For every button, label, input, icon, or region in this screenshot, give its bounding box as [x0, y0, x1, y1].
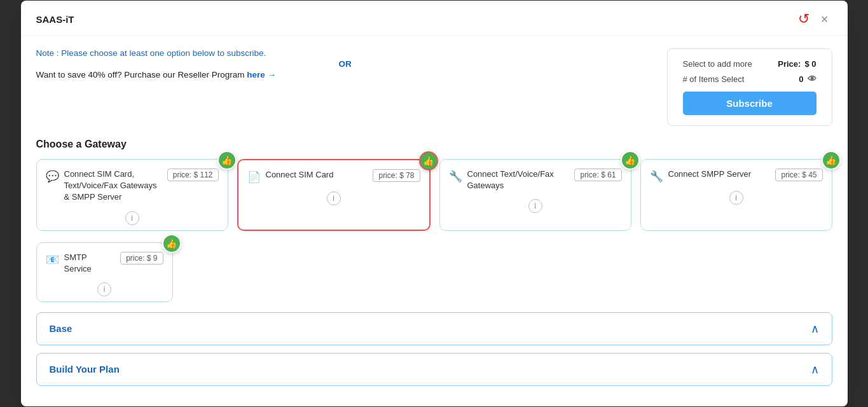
- smtp-icon: 📧: [46, 253, 59, 266]
- card-4-icon: 🔧: [650, 170, 663, 183]
- saas-logo-icon: ↺: [798, 11, 809, 27]
- modal-backdrop: SAAS-iT ↺ × Note : Please choose at leas…: [0, 0, 868, 407]
- items-value: 0 👁: [799, 74, 816, 84]
- summary-box: Select to add more Price: $ 0 # of Items…: [667, 48, 832, 126]
- gateway-card-1[interactable]: 💬 Connect SIM Card, Text/Voice/Fax Gatew…: [36, 159, 228, 231]
- card-1-info: 💬 Connect SIM Card, Text/Voice/Fax Gatew…: [46, 169, 162, 204]
- smtp-info-circle[interactable]: i: [97, 282, 111, 296]
- reseller-text: Want to save 40% off? Purchase our Resel…: [36, 70, 654, 79]
- modal-dialog: SAAS-iT ↺ × Note : Please choose at leas…: [21, 1, 848, 406]
- card-1-info-row: i: [46, 211, 219, 225]
- card-4-info-row: i: [650, 191, 823, 205]
- card-2-top: 📄 Connect SIM Card price: $ 78: [247, 169, 420, 184]
- or-text: OR: [36, 59, 654, 69]
- card-1-price: price: $ 112: [167, 169, 219, 181]
- modal-header: SAAS-iT ↺ ×: [21, 1, 848, 36]
- items-label: # of Items Select: [683, 74, 745, 84]
- smtp-card-top: 📧 SMTP Service price: $ 9: [46, 252, 163, 275]
- accordion-base-chevron: ∧: [811, 322, 819, 336]
- smtp-card-info: 📧 SMTP Service: [46, 252, 116, 275]
- card-4-info: 🔧 Connect SMPP Server: [650, 169, 752, 183]
- price-amount: $ 0: [804, 59, 816, 69]
- card-1-name: Connect SIM Card, Text/Voice/Fax Gateway…: [64, 169, 162, 204]
- card-3-price: price: $ 61: [574, 169, 621, 181]
- accordion-plan[interactable]: Build Your Plan ∧: [36, 353, 832, 386]
- card-4-name: Connect SMPP Server: [668, 169, 752, 180]
- note-area: Note : Please choose at least one option…: [36, 48, 654, 126]
- gateway-section-title: Choose a Gateway: [36, 139, 832, 150]
- price-value: Price: $ 0: [778, 59, 816, 69]
- card-2-info-circle[interactable]: i: [327, 191, 341, 205]
- card-3-name: Connect Text/Voice/Fax Gateways: [467, 169, 570, 191]
- smtp-row: 📧 SMTP Service price: $ 9 👍 i: [36, 242, 832, 302]
- top-section: Note : Please choose at least one option…: [36, 48, 832, 126]
- gateway-card-3[interactable]: 🔧 Connect Text/Voice/Fax Gateways price:…: [439, 159, 631, 231]
- reseller-description: Want to save 40% off? Purchase our Resel…: [36, 70, 245, 79]
- accordion-plan-label: Build Your Plan: [50, 364, 120, 375]
- card-1-top: 💬 Connect SIM Card, Text/Voice/Fax Gatew…: [46, 169, 219, 204]
- smtp-info-row: i: [46, 282, 163, 296]
- note-text: Note : Please choose at least one option…: [36, 48, 654, 58]
- card-4-thumb-btn[interactable]: 👍: [822, 151, 841, 170]
- card-3-info: 🔧 Connect Text/Voice/Fax Gateways: [449, 169, 570, 191]
- card-2-info: 📄 Connect SIM Card: [247, 169, 334, 184]
- card-4-price: price: $ 45: [775, 169, 822, 181]
- reseller-link[interactable]: here →: [247, 70, 276, 79]
- card-2-price: price: $ 78: [373, 169, 420, 182]
- summary-top-row: Select to add more Price: $ 0: [683, 59, 816, 69]
- card-1-info-circle[interactable]: i: [125, 211, 139, 225]
- close-button[interactable]: ×: [817, 11, 832, 27]
- select-label: Select to add more: [683, 59, 752, 69]
- card-1-icon: 💬: [46, 170, 59, 183]
- card-3-info-circle[interactable]: i: [528, 199, 542, 213]
- accordion-base[interactable]: Base ∧: [36, 312, 832, 345]
- summary-items-row: # of Items Select 0 👁: [683, 74, 816, 84]
- card-3-top: 🔧 Connect Text/Voice/Fax Gateways price:…: [449, 169, 622, 191]
- items-count: 0: [799, 74, 803, 84]
- price-label: Price:: [778, 59, 801, 69]
- gateway-grid: 💬 Connect SIM Card, Text/Voice/Fax Gatew…: [36, 159, 832, 231]
- card-4-info-circle[interactable]: i: [729, 191, 743, 205]
- modal-title: SAAS-iT: [36, 14, 74, 25]
- accordion-base-label: Base: [50, 323, 72, 334]
- card-2-info-row: i: [247, 191, 420, 205]
- modal-body: Note : Please choose at least one option…: [21, 36, 848, 406]
- card-2-name: Connect SIM Card: [266, 169, 334, 181]
- gateway-card-2[interactable]: 📄 Connect SIM Card price: $ 78 👍 i: [237, 159, 431, 231]
- header-right: ↺ ×: [798, 11, 832, 27]
- subscribe-button[interactable]: Subscribe: [683, 92, 816, 115]
- card-1-thumb-btn[interactable]: 👍: [217, 151, 237, 170]
- accordion-plan-chevron: ∧: [811, 362, 819, 376]
- smtp-price: price: $ 9: [120, 252, 163, 265]
- card-3-info-row: i: [449, 199, 622, 213]
- gateway-card-4[interactable]: 🔧 Connect SMPP Server price: $ 45 👍 i: [640, 159, 832, 231]
- card-3-thumb-btn[interactable]: 👍: [621, 151, 640, 170]
- smtp-thumb-btn[interactable]: 👍: [162, 234, 181, 253]
- card-2-thumb-btn[interactable]: 👍: [419, 151, 438, 170]
- card-3-icon: 🔧: [449, 170, 462, 183]
- card-2-icon: 📄: [247, 170, 261, 184]
- smtp-card[interactable]: 📧 SMTP Service price: $ 9 👍 i: [36, 242, 173, 302]
- card-4-top: 🔧 Connect SMPP Server price: $ 45: [650, 169, 823, 183]
- eye-icon: 👁: [808, 74, 816, 84]
- smtp-name: SMTP Service: [64, 252, 116, 275]
